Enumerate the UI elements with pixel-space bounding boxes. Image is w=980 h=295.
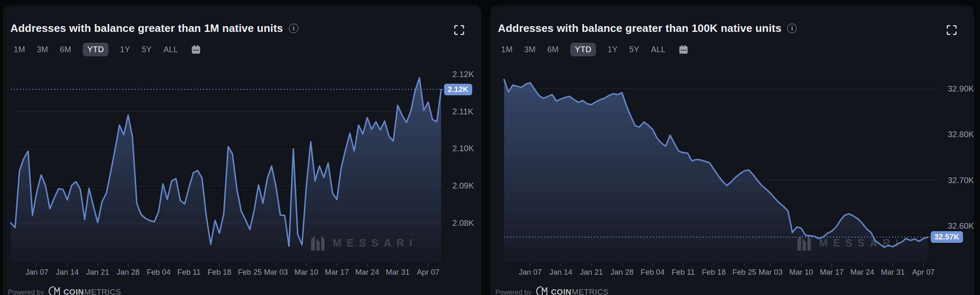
coinmetrics-metrics-label: METRICS [572, 288, 609, 295]
svg-text:Jan 07: Jan 07 [519, 268, 542, 276]
expand-icon[interactable] [454, 24, 465, 36]
panel-header: Addresses with balance greater than 1M n… [10, 22, 443, 35]
svg-text:Mar 03: Mar 03 [264, 268, 288, 276]
range-1m[interactable]: 1M [501, 43, 513, 56]
svg-text:Jan 07: Jan 07 [25, 268, 48, 276]
page-title: Addresses with balance greater than 100K… [498, 22, 781, 35]
range-all[interactable]: ALL [651, 43, 666, 56]
range-1y[interactable]: 1Y [120, 43, 130, 56]
svg-text:2.09K: 2.09K [452, 181, 474, 190]
panel-header: Addresses with balance greater than 100K… [498, 22, 936, 35]
chart-panel-100k: Addresses with balance greater than 100K… [491, 6, 973, 295]
powered-by-footer: Powered by COIN METRICS [495, 285, 609, 295]
range-5y[interactable]: 5Y [142, 43, 151, 56]
coinmetrics-logo-icon [536, 285, 548, 295]
range-selector: 1M 3M 6M YTD 1Y 5Y ALL [501, 43, 689, 56]
svg-text:32.60K: 32.60K [948, 221, 974, 230]
svg-text:2.10K: 2.10K [452, 144, 474, 153]
svg-text:Jan 14: Jan 14 [56, 268, 79, 276]
range-ytd[interactable]: YTD [570, 43, 596, 56]
svg-text:Mar 17: Mar 17 [325, 268, 349, 276]
svg-text:Jan 28: Jan 28 [117, 268, 140, 276]
chart-panel-1m: Addresses with balance greater than 1M n… [3, 6, 481, 295]
range-6m[interactable]: 6M [60, 43, 71, 56]
range-3m[interactable]: 3M [37, 43, 48, 56]
range-all[interactable]: ALL [163, 43, 178, 56]
svg-text:Jan 21: Jan 21 [86, 268, 109, 276]
powered-by-label: Powered by [8, 288, 44, 295]
svg-text:Feb 25: Feb 25 [238, 268, 262, 276]
svg-text:2.11K: 2.11K [452, 107, 473, 116]
svg-text:Mar 24: Mar 24 [355, 268, 380, 276]
svg-text:Jan 14: Jan 14 [549, 268, 572, 276]
calendar-icon[interactable] [678, 44, 689, 55]
svg-text:Feb 11: Feb 11 [672, 268, 695, 276]
svg-text:Feb 25: Feb 25 [733, 268, 757, 276]
info-icon[interactable]: i [787, 24, 797, 33]
range-5y[interactable]: 5Y [629, 43, 639, 56]
svg-text:Mar 10: Mar 10 [789, 268, 813, 276]
svg-text:Feb 04: Feb 04 [147, 268, 171, 276]
range-selector: 1M 3M 6M YTD 1Y 5Y ALL [14, 43, 201, 56]
coinmetrics-logo-icon [48, 285, 61, 295]
page-title: Addresses with balance greater than 1M n… [10, 22, 283, 35]
svg-text:Mar 03: Mar 03 [759, 268, 783, 276]
coinmetrics-brand[interactable]: COIN METRICS [48, 285, 121, 295]
svg-text:32.90K: 32.90K [948, 84, 974, 93]
calendar-icon[interactable] [191, 44, 201, 55]
coinmetrics-coin-label: COIN [63, 288, 84, 295]
coinmetrics-metrics-label: METRICS [84, 288, 121, 295]
range-3m[interactable]: 3M [524, 43, 536, 56]
chart-area-1m[interactable]: 2.12K2.11K2.10K2.09K2.08KJan 07Jan 14Jan… [4, 67, 480, 282]
svg-text:32.70K: 32.70K [948, 176, 974, 185]
range-ytd[interactable]: YTD [83, 43, 108, 56]
svg-text:Mar 31: Mar 31 [881, 268, 905, 276]
svg-text:Feb 18: Feb 18 [207, 268, 231, 276]
svg-text:2.12K: 2.12K [452, 70, 474, 79]
range-6m[interactable]: 6M [547, 43, 559, 56]
range-1m[interactable]: 1M [14, 43, 25, 56]
svg-text:Mar 17: Mar 17 [820, 268, 844, 276]
powered-by-label: Powered by [495, 288, 531, 295]
latest-value-badge: 32.57K [931, 231, 963, 243]
svg-text:Mar 10: Mar 10 [295, 268, 319, 276]
coinmetrics-brand[interactable]: COIN METRICS [536, 285, 609, 295]
svg-text:Mar 24: Mar 24 [850, 268, 874, 276]
coinmetrics-coin-label: COIN [551, 288, 572, 295]
svg-text:Jan 21: Jan 21 [580, 268, 603, 276]
latest-value-badge: 2.12K [444, 84, 472, 95]
svg-text:Mar 31: Mar 31 [386, 268, 410, 276]
range-1y[interactable]: 1Y [608, 43, 617, 56]
svg-text:Jan 28: Jan 28 [610, 268, 634, 276]
svg-text:Feb 04: Feb 04 [641, 268, 665, 276]
svg-text:2.08K: 2.08K [452, 218, 474, 227]
svg-text:Apr 07: Apr 07 [912, 268, 935, 276]
svg-text:32.80K: 32.80K [948, 130, 974, 139]
svg-text:Apr 07: Apr 07 [417, 268, 440, 276]
powered-by-footer: Powered by COIN METRICS [8, 285, 121, 295]
svg-text:Feb 11: Feb 11 [178, 268, 201, 276]
info-icon[interactable]: i [289, 24, 298, 33]
expand-icon[interactable] [946, 24, 957, 36]
svg-text:Feb 18: Feb 18 [702, 268, 726, 276]
chart-area-100k[interactable]: 32.90K32.80K32.70K32.60KJan 07Jan 14Jan … [491, 67, 973, 282]
